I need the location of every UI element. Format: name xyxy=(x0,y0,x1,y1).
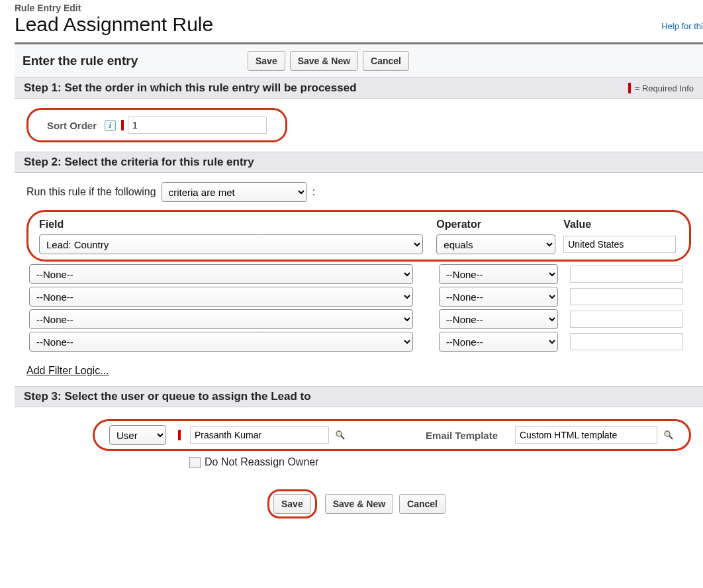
cancel-button-bottom[interactable]: Cancel xyxy=(399,494,445,514)
header-title: Enter the rule entry xyxy=(23,54,248,68)
required-mark-icon xyxy=(178,430,181,440)
step3-highlight: User Email Template xyxy=(93,419,691,451)
required-legend-text: = Required Info xyxy=(635,83,694,93)
email-template-input[interactable] xyxy=(515,426,657,444)
step3-header: Step 3: Select the user or queue to assi… xyxy=(15,386,703,407)
lookup-icon[interactable] xyxy=(334,429,346,441)
svg-point-0 xyxy=(336,431,342,436)
svg-line-3 xyxy=(669,436,673,439)
step1-title: Step 1: Set the order in which this rule… xyxy=(24,81,357,95)
criteria-field-select[interactable]: --None-- xyxy=(29,264,413,284)
save-button-bottom[interactable]: Save xyxy=(273,494,311,514)
sort-order-label: Sort Order xyxy=(47,120,97,131)
criteria-table: Field Operator Value Lead: Country equal… xyxy=(36,215,681,256)
save-button[interactable]: Save xyxy=(248,51,285,71)
criteria-value-input[interactable] xyxy=(570,311,682,328)
criteria-value-input[interactable] xyxy=(570,266,682,283)
do-not-reassign-row: Do Not Reassign Owner xyxy=(189,456,691,468)
help-link[interactable]: Help for thi xyxy=(661,21,703,31)
sort-order-input[interactable] xyxy=(128,117,267,134)
criteria-field-select[interactable]: --None-- xyxy=(29,332,413,352)
criteria-operator-select[interactable]: --None-- xyxy=(439,309,558,329)
criteria-row: --None-- --None-- xyxy=(26,330,691,353)
cancel-button[interactable]: Cancel xyxy=(363,51,409,71)
criteria-mode-select[interactable]: criteria are met xyxy=(162,182,307,202)
criteria-operator-select[interactable]: --None-- xyxy=(439,264,558,284)
criteria-col-value: Value xyxy=(561,215,681,233)
step3-title: Step 3: Select the user or queue to assi… xyxy=(24,390,311,403)
footer-button-bar: Save Save & New Cancel xyxy=(15,477,703,532)
criteria-colon: : xyxy=(312,186,315,198)
assign-user-input[interactable] xyxy=(190,426,329,444)
breadcrumb: Rule Entry Edit xyxy=(15,3,703,13)
required-mark-icon xyxy=(121,120,124,130)
criteria-row: --None-- --None-- xyxy=(26,285,691,308)
required-legend: = Required Info xyxy=(628,83,694,93)
criteria-operator-select[interactable]: --None-- xyxy=(439,287,558,307)
step2-header: Step 2: Select the criteria for this rul… xyxy=(15,152,703,173)
criteria-value-input[interactable] xyxy=(563,236,676,253)
criteria-table-rest: --None-- --None-- --None-- --None-- --No… xyxy=(26,263,691,353)
save-highlight: Save xyxy=(267,489,317,518)
step2-title: Step 2: Select the criteria for this rul… xyxy=(24,156,254,169)
page-header-bar: Enter the rule entry Save Save & New Can… xyxy=(15,44,703,77)
step1-header: Step 1: Set the order in which this rule… xyxy=(15,77,703,99)
svg-point-2 xyxy=(665,431,670,436)
criteria-field-select[interactable]: --None-- xyxy=(29,309,413,329)
criteria-value-input[interactable] xyxy=(570,333,682,350)
email-template-label: Email Template xyxy=(426,430,498,441)
criteria-field-select[interactable]: Lead: Country xyxy=(39,234,423,254)
save-and-new-button-bottom[interactable]: Save & New xyxy=(325,494,393,514)
criteria-value-input[interactable] xyxy=(570,288,682,305)
info-icon[interactable]: i xyxy=(105,120,116,131)
page-title: Lead Assignment Rule xyxy=(15,13,703,36)
do-not-reassign-checkbox[interactable] xyxy=(189,457,201,468)
criteria-field-select[interactable]: --None-- xyxy=(29,287,413,307)
criteria-operator-select[interactable]: --None-- xyxy=(439,332,558,352)
criteria-row: Lead: Country equals xyxy=(36,233,681,256)
do-not-reassign-label: Do Not Reassign Owner xyxy=(205,456,319,468)
criteria-operator-select[interactable]: equals xyxy=(436,234,555,254)
svg-line-1 xyxy=(341,436,344,439)
criteria-row: --None-- --None-- xyxy=(26,308,691,330)
criteria-col-field: Field xyxy=(36,215,434,233)
required-mark-icon xyxy=(628,83,631,93)
criteria-prefix: Run this rule if the following xyxy=(26,186,156,198)
save-and-new-button[interactable]: Save & New xyxy=(290,51,358,71)
criteria-row: --None-- --None-- xyxy=(26,263,691,285)
criteria-col-operator: Operator xyxy=(434,215,561,233)
step1-highlight: Sort Order i xyxy=(26,108,287,142)
criteria-highlight: Field Operator Value Lead: Country equal… xyxy=(26,210,691,262)
add-filter-logic-link[interactable]: Add Filter Logic... xyxy=(26,365,109,376)
assign-type-select[interactable]: User xyxy=(109,425,166,445)
lookup-icon[interactable] xyxy=(663,429,675,441)
